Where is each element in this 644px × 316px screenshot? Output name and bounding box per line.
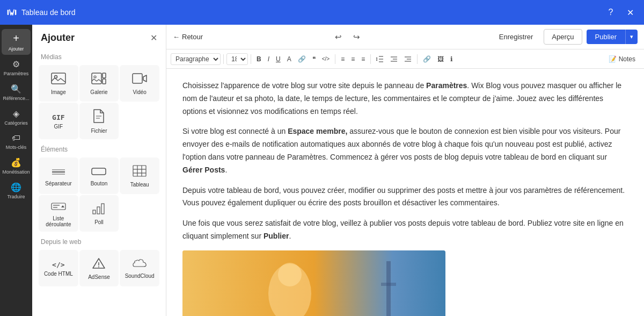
media-section-title: Médias xyxy=(32,49,166,63)
back-arrow-icon: ← xyxy=(173,33,180,41)
table-icon xyxy=(133,165,147,179)
panel-close-button[interactable]: ✕ xyxy=(150,33,157,43)
panel-item-soundcloud[interactable]: SoundCloud xyxy=(120,250,159,286)
paragraph-select[interactable]: Paragraphe xyxy=(171,53,221,65)
main-layout: + Ajouter ⚙ Paramètres 🔍 Référence... ◈ … xyxy=(0,25,644,316)
gallery-icon xyxy=(91,73,106,87)
top-bar-right: ? ✕ xyxy=(603,5,638,20)
poll-icon xyxy=(92,203,105,217)
top-bar-title: Tableau de bord xyxy=(21,8,75,17)
italic-button[interactable]: I xyxy=(265,54,272,64)
indent-decrease-button[interactable] xyxy=(387,54,400,64)
panel-item-fichier[interactable]: Fichier xyxy=(79,103,119,139)
toolbar-divider-2 xyxy=(251,54,251,64)
svg-rect-6 xyxy=(103,79,106,84)
link-button[interactable]: 🔗 xyxy=(295,54,309,64)
svg-rect-22 xyxy=(97,207,100,214)
ordered-list-button[interactable]: ≡ xyxy=(348,54,357,64)
tag-icon: 🏷 xyxy=(12,133,20,143)
panel-item-gif[interactable]: GIF GIF xyxy=(39,103,78,139)
panel-item-tableau[interactable]: Tableau xyxy=(120,157,159,194)
editor-content[interactable]: Choisissez l'apparence de votre blog sur… xyxy=(166,69,644,316)
bold-button[interactable]: B xyxy=(254,54,264,64)
sidebar-item-references[interactable]: 🔍 Référence... xyxy=(2,81,31,104)
indent-increase-icon xyxy=(404,55,412,63)
panel-item-image[interactable]: Image xyxy=(39,65,78,102)
svg-point-37 xyxy=(278,263,302,286)
panel-item-galerie[interactable]: Galerie xyxy=(79,65,119,102)
register-button[interactable]: Enregistrer xyxy=(493,30,540,44)
svg-rect-0 xyxy=(8,10,9,15)
sidebar-item-categories[interactable]: ◈ Catégories xyxy=(2,105,31,129)
secondary-bar-right: Enregistrer Aperçu Publier ▾ xyxy=(493,29,638,45)
publier-button[interactable]: Publier xyxy=(587,30,625,44)
secondary-bar-left: ← Retour xyxy=(173,33,203,41)
add-panel: Ajouter ✕ Médias Image Galerie xyxy=(32,25,166,316)
sidebar-item-traduire[interactable]: 🌐 Traduire xyxy=(2,179,31,203)
elements-grid: Séparateur Bouton Tableau Liste déroulan… xyxy=(32,155,166,234)
sidebar-item-parametres[interactable]: ⚙ Paramètres xyxy=(2,56,31,80)
panel-item-adsense[interactable]: AdSense xyxy=(79,250,119,286)
image-toolbar-button[interactable]: 🖼 xyxy=(435,54,447,64)
indent-increase-button[interactable] xyxy=(401,54,414,64)
align-button[interactable]: ≡ xyxy=(358,54,368,64)
panel-item-liste[interactable]: Liste déroulante xyxy=(39,195,78,232)
redo-button[interactable]: ↪ xyxy=(349,30,364,45)
gif-icon: GIF xyxy=(52,113,64,121)
svg-rect-21 xyxy=(93,210,96,214)
svg-rect-13 xyxy=(133,166,146,176)
line-height-button[interactable] xyxy=(374,54,386,64)
separator-icon xyxy=(51,166,66,178)
svg-rect-12 xyxy=(92,168,106,175)
top-bar: Tableau de bord ? ✕ xyxy=(0,0,644,25)
svg-rect-39 xyxy=(381,283,396,286)
content-para2: Si votre blog est connecté à un Espace m… xyxy=(182,125,628,176)
redo-icon: ↪ xyxy=(353,32,360,42)
info-button[interactable]: ℹ xyxy=(448,54,456,64)
sidebar-item-ajouter[interactable]: + Ajouter xyxy=(2,29,31,55)
file-icon xyxy=(93,109,105,126)
panel-item-video[interactable]: Vidéo xyxy=(120,65,159,102)
blog-image-svg xyxy=(182,250,445,316)
gear-icon: ⚙ xyxy=(12,59,20,69)
help-button[interactable]: ? xyxy=(603,5,618,20)
ext-link-button[interactable]: 🔗 xyxy=(420,54,434,64)
code-button[interactable]: </> xyxy=(319,54,332,63)
blog-image xyxy=(182,250,445,316)
svg-rect-38 xyxy=(386,261,391,316)
svg-rect-8 xyxy=(133,74,142,83)
sidebar-item-mots-cles[interactable]: 🏷 Mots-clés xyxy=(2,130,31,153)
toolbar-divider-3 xyxy=(335,54,335,64)
svg-point-7 xyxy=(94,76,96,78)
close-button[interactable]: ✕ xyxy=(623,5,638,20)
editor-area: ← Retour ↩ ↪ Enregistrer Aperçu Publier xyxy=(166,25,644,316)
secondary-bar-center: ↩ ↪ xyxy=(331,30,364,45)
underline-button[interactable]: U xyxy=(273,54,283,64)
apercu-button[interactable]: Aperçu xyxy=(544,29,582,45)
adsense-icon xyxy=(92,257,106,272)
money-icon: 💰 xyxy=(11,157,21,168)
toolbar-divider-5 xyxy=(417,54,418,64)
panel-item-separateur[interactable]: Séparateur xyxy=(39,157,78,194)
publier-dropdown-button[interactable]: ▾ xyxy=(625,30,638,44)
notes-button[interactable]: 📝 Notes xyxy=(604,53,640,65)
unordered-list-button[interactable]: ≡ xyxy=(338,54,347,64)
svg-rect-23 xyxy=(101,204,104,214)
link-icon: 🔗 xyxy=(298,55,306,63)
back-button[interactable]: ← Retour xyxy=(173,33,203,41)
text-color-button[interactable]: A xyxy=(284,54,294,64)
toolbar-divider-4 xyxy=(370,54,371,64)
panel-item-bouton[interactable]: Bouton xyxy=(79,157,119,194)
fontsize-select[interactable]: 18 xyxy=(226,53,248,65)
svg-point-25 xyxy=(98,267,99,268)
button-icon xyxy=(91,166,106,178)
undo-button[interactable]: ↩ xyxy=(331,30,346,45)
html-icon: </> xyxy=(52,261,64,269)
panel-item-poll[interactable]: Poll xyxy=(79,195,119,232)
quote-button[interactable]: ❝ xyxy=(310,54,318,64)
content-para3: Depuis votre tableau de bord, vous pouve… xyxy=(182,184,628,210)
sidebar-item-monetisation[interactable]: 💰 Monétisation xyxy=(2,154,31,178)
panel-item-codehtml[interactable]: </> Code HTML xyxy=(39,250,78,286)
web-section-title: Depuis le web xyxy=(32,234,166,248)
panel-header: Ajouter ✕ xyxy=(32,25,166,49)
